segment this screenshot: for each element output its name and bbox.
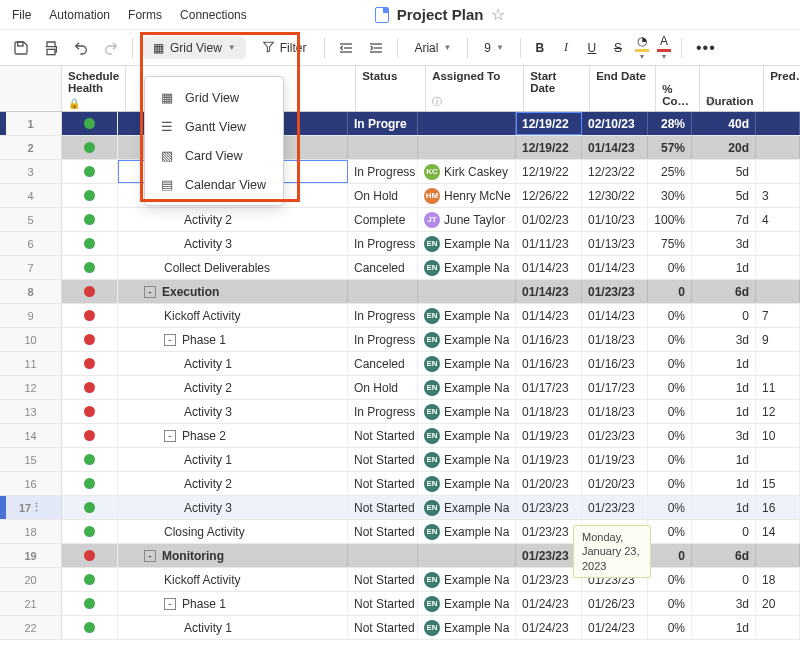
- view-option-grid[interactable]: ▦Grid View: [145, 83, 283, 112]
- print-icon[interactable]: [40, 37, 62, 59]
- duration-cell[interactable]: 1d: [692, 448, 756, 471]
- row-number[interactable]: 20: [0, 568, 62, 591]
- end-date-cell[interactable]: 01/19/23: [582, 448, 648, 471]
- duration-cell[interactable]: 40d: [692, 112, 756, 135]
- start-date-cell[interactable]: 01/14/23: [516, 280, 582, 303]
- assigned-cell[interactable]: ENExample Na: [418, 520, 516, 543]
- end-date-cell[interactable]: 12/23/22: [582, 160, 648, 183]
- col-health[interactable]: Schedule Health🔒: [62, 66, 126, 111]
- status-cell[interactable]: Canceled: [348, 256, 418, 279]
- row-number[interactable]: 17 ⋮: [0, 496, 62, 519]
- assigned-cell[interactable]: [418, 280, 516, 303]
- start-date-cell[interactable]: 01/17/23: [516, 376, 582, 399]
- assigned-cell[interactable]: [418, 112, 516, 135]
- percent-cell[interactable]: 0: [648, 544, 692, 567]
- row-number[interactable]: 4: [0, 184, 62, 207]
- end-date-cell[interactable]: 01/10/23: [582, 208, 648, 231]
- end-date-cell[interactable]: 02/10/23: [582, 112, 648, 135]
- redo-icon[interactable]: [100, 37, 122, 59]
- duration-cell[interactable]: 0: [692, 520, 756, 543]
- task-name-cell[interactable]: Closing Activity: [118, 520, 348, 543]
- assigned-cell[interactable]: HMHenry McNe: [418, 184, 516, 207]
- assigned-cell[interactable]: ENExample Na: [418, 616, 516, 639]
- assigned-cell[interactable]: ENExample Na: [418, 328, 516, 351]
- favorite-star-icon[interactable]: ☆: [491, 5, 505, 24]
- row-number[interactable]: 21: [0, 592, 62, 615]
- end-date-cell[interactable]: 01/16/23: [582, 352, 648, 375]
- end-date-cell[interactable]: 01/18/23: [582, 328, 648, 351]
- end-date-cell[interactable]: 01/18/23: [582, 400, 648, 423]
- percent-cell[interactable]: 0%: [648, 304, 692, 327]
- percent-cell[interactable]: 0%: [648, 328, 692, 351]
- percent-cell[interactable]: 30%: [648, 184, 692, 207]
- row-number[interactable]: 14: [0, 424, 62, 447]
- status-cell[interactable]: In Progress: [348, 400, 418, 423]
- predecessor-cell[interactable]: 14: [756, 520, 800, 543]
- row-number[interactable]: 16: [0, 472, 62, 495]
- assigned-cell[interactable]: ENExample Na: [418, 424, 516, 447]
- row-number[interactable]: 8: [0, 280, 62, 303]
- undo-icon[interactable]: [70, 37, 92, 59]
- start-date-cell[interactable]: 01/16/23: [516, 328, 582, 351]
- table-row[interactable]: 10-Phase 1In ProgressENExample Na01/16/2…: [0, 328, 800, 352]
- health-cell[interactable]: [62, 160, 118, 183]
- assigned-cell[interactable]: KCKirk Caskey: [418, 160, 516, 183]
- percent-cell[interactable]: 57%: [648, 136, 692, 159]
- table-row[interactable]: 16Activity 2Not StartedENExample Na01/20…: [0, 472, 800, 496]
- percent-cell[interactable]: 28%: [648, 112, 692, 135]
- predecessor-cell[interactable]: 9: [756, 328, 800, 351]
- health-cell[interactable]: [62, 136, 118, 159]
- health-cell[interactable]: [62, 448, 118, 471]
- end-date-cell[interactable]: 01/14/23: [582, 136, 648, 159]
- task-name-cell[interactable]: Kickoff Activity: [118, 568, 348, 591]
- table-row[interactable]: 7Collect DeliverablesCanceledENExample N…: [0, 256, 800, 280]
- status-cell[interactable]: Not Started: [348, 616, 418, 639]
- outdent-icon[interactable]: [335, 37, 357, 59]
- table-row[interactable]: 12Activity 2On HoldENExample Na01/17/230…: [0, 376, 800, 400]
- status-cell[interactable]: On Hold: [348, 376, 418, 399]
- start-date-cell[interactable]: 01/24/23: [516, 592, 582, 615]
- font-family-selector[interactable]: Arial▼: [408, 39, 457, 57]
- status-cell[interactable]: Not Started: [348, 496, 418, 519]
- table-row[interactable]: 212/19/2201/14/2357%20d: [0, 136, 800, 160]
- health-cell[interactable]: [62, 496, 118, 519]
- underline-button[interactable]: U: [583, 41, 601, 55]
- row-number[interactable]: 7: [0, 256, 62, 279]
- table-row[interactable]: 9Kickoff ActivityIn ProgressENExample Na…: [0, 304, 800, 328]
- save-icon[interactable]: [10, 37, 32, 59]
- predecessor-cell[interactable]: [756, 280, 800, 303]
- row-number[interactable]: 11: [0, 352, 62, 375]
- task-name-cell[interactable]: -Execution: [118, 280, 348, 303]
- assigned-cell[interactable]: ENExample Na: [418, 400, 516, 423]
- status-cell[interactable]: Complete: [348, 208, 418, 231]
- predecessor-cell[interactable]: [756, 136, 800, 159]
- predecessor-cell[interactable]: 7: [756, 304, 800, 327]
- health-cell[interactable]: [62, 544, 118, 567]
- table-row[interactable]: 20Kickoff ActivityNot StartedENExample N…: [0, 568, 800, 592]
- start-date-cell[interactable]: 01/23/23: [516, 496, 582, 519]
- percent-cell[interactable]: 75%: [648, 232, 692, 255]
- row-number[interactable]: 10: [0, 328, 62, 351]
- start-date-cell[interactable]: 01/14/23: [516, 256, 582, 279]
- menu-automation[interactable]: Automation: [49, 8, 110, 22]
- health-cell[interactable]: [62, 592, 118, 615]
- predecessor-cell[interactable]: 15: [756, 472, 800, 495]
- row-number[interactable]: 18: [0, 520, 62, 543]
- row-number[interactable]: 6: [0, 232, 62, 255]
- assigned-cell[interactable]: ENExample Na: [418, 448, 516, 471]
- view-switcher-button[interactable]: ▦ Grid View ▼: [143, 37, 246, 59]
- assigned-cell[interactable]: ENExample Na: [418, 568, 516, 591]
- row-number[interactable]: 5: [0, 208, 62, 231]
- health-cell[interactable]: [62, 352, 118, 375]
- bold-button[interactable]: B: [531, 41, 549, 55]
- health-cell[interactable]: [62, 256, 118, 279]
- percent-cell[interactable]: 0%: [648, 472, 692, 495]
- table-row[interactable]: 14-Phase 2Not StartedENExample Na01/19/2…: [0, 424, 800, 448]
- menu-file[interactable]: File: [12, 8, 31, 22]
- predecessor-cell[interactable]: [756, 544, 800, 567]
- col-duration[interactable]: Durationⓘ: [700, 66, 764, 111]
- collapse-toggle-icon[interactable]: -: [144, 286, 156, 298]
- end-date-cell[interactable]: 01/24/23: [582, 616, 648, 639]
- start-date-cell[interactable]: 01/19/23: [516, 448, 582, 471]
- status-cell[interactable]: Not Started: [348, 520, 418, 543]
